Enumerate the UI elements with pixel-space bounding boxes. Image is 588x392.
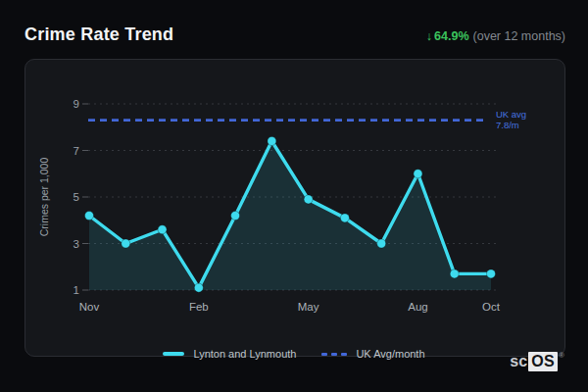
crime-trend-chart: 13579Crimes per 1,000NovFebMayAugOctUK a… xyxy=(25,60,564,356)
x-tick-label: Nov xyxy=(79,301,100,313)
series-area xyxy=(89,141,491,290)
data-point-marker xyxy=(85,212,94,220)
data-point-marker xyxy=(304,195,313,204)
y-tick-label: 7 xyxy=(74,145,79,157)
uk-avg-label: UK avg xyxy=(496,109,526,120)
page-title: Crime Rate Trend xyxy=(24,24,173,45)
data-point-marker xyxy=(194,283,203,292)
data-point-marker xyxy=(487,270,496,278)
y-tick-label: 1 xyxy=(74,284,79,296)
trend-caption: (over 12 months) xyxy=(473,29,565,43)
data-point-marker xyxy=(414,170,422,178)
registered-trademark-icon: ® xyxy=(559,351,564,360)
data-point-marker xyxy=(450,270,459,278)
x-tick-label: Oct xyxy=(482,301,501,313)
y-axis-title: Crimes per 1,000 xyxy=(38,158,50,237)
legend-label: UK Avg/month xyxy=(356,348,424,360)
trend-down-arrow-icon: ↓ xyxy=(426,29,432,43)
y-tick-label: 5 xyxy=(74,191,79,203)
y-tick-label: 3 xyxy=(74,238,79,250)
data-point-marker xyxy=(377,239,386,248)
legend-label: Lynton and Lynmouth xyxy=(193,348,296,360)
y-tick-label: 9 xyxy=(74,98,79,110)
legend-item-uk-avg: UK Avg/month xyxy=(321,348,424,360)
solid-line-swatch-icon xyxy=(163,352,184,356)
data-point-marker xyxy=(268,137,276,146)
scos-logo-box: OS xyxy=(528,352,558,371)
trend-summary: ↓64.9%(over 12 months) xyxy=(426,29,565,43)
data-point-marker xyxy=(231,212,240,220)
scos-logo-prefix: sc xyxy=(510,353,527,369)
data-point-marker xyxy=(158,225,167,234)
data-point-marker xyxy=(340,214,349,222)
trend-value: 64.9% xyxy=(434,29,468,43)
data-point-marker xyxy=(122,239,130,248)
chart-legend: Lynton and Lynmouth UK Avg/month xyxy=(0,348,588,360)
scos-logo: scOS® xyxy=(510,352,564,371)
x-tick-label: Feb xyxy=(189,301,209,313)
chart-panel: 13579Crimes per 1,000NovFebMayAugOctUK a… xyxy=(24,59,565,357)
uk-avg-label: 7.8/m xyxy=(496,120,519,130)
x-tick-label: May xyxy=(298,301,319,313)
x-tick-label: Aug xyxy=(408,301,427,313)
crime-dashboard-page: Crime Rate Trend ↓64.9%(over 12 months) … xyxy=(0,0,588,392)
legend-item-lynton: Lynton and Lynmouth xyxy=(163,348,296,360)
dashed-line-swatch-icon xyxy=(321,353,347,356)
